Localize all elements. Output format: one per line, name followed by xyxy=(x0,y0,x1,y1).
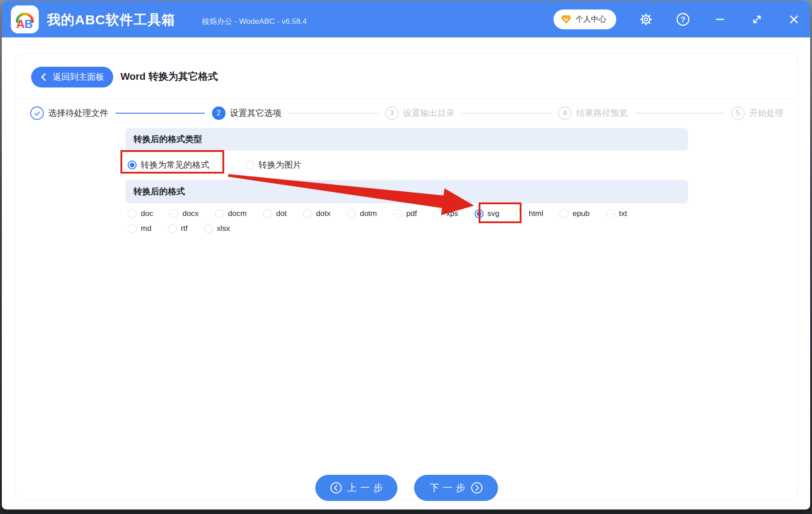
radio-format-md[interactable]: md xyxy=(128,224,152,233)
radio-icon xyxy=(433,209,442,218)
radio-label: dotm xyxy=(360,209,377,218)
step-number: 5 xyxy=(731,106,745,120)
app-title: 我的ABC软件工具箱 xyxy=(47,11,175,29)
prev-step-button[interactable]: 上一步 xyxy=(315,475,397,501)
step-connector xyxy=(462,113,551,114)
radio-icon xyxy=(204,224,213,233)
radio-format-docx[interactable]: docx xyxy=(169,209,198,218)
step-3-pending: 3设置输出目录 xyxy=(385,106,455,120)
radio-label: xlsx xyxy=(217,224,230,233)
radio-format-dotx[interactable]: dotx xyxy=(303,209,331,218)
radio-format-epub[interactable]: epub xyxy=(559,209,590,218)
step-number: 4 xyxy=(558,106,572,120)
settings-gear-icon[interactable] xyxy=(639,12,653,27)
next-button-label: 下一步 xyxy=(430,482,469,494)
maximize-icon[interactable] xyxy=(750,12,764,27)
titlebar: A B 我的ABC软件工具箱 核烁办公 - WodeABC - v6.58.4 … xyxy=(2,1,810,37)
chevron-left-icon xyxy=(40,73,47,82)
radio-label: md xyxy=(141,224,152,233)
circle-chevron-left-icon xyxy=(330,482,342,494)
step-connector xyxy=(635,113,724,114)
radio-label: docx xyxy=(182,209,198,218)
radio-format-txt[interactable]: txt xyxy=(606,209,627,218)
radio-icon xyxy=(475,209,484,218)
svg-text:?: ? xyxy=(681,15,685,24)
radio-icon xyxy=(263,209,272,218)
step-5-pending: 5开始处理 xyxy=(731,106,784,120)
step-1-done: 选择待处理文件 xyxy=(30,106,108,120)
step-label: 设置其它选项 xyxy=(230,107,281,119)
radio-label: pdf xyxy=(406,209,417,218)
radio-format-svg[interactable]: svg xyxy=(475,209,499,218)
vip-gem-icon xyxy=(561,14,572,25)
radio-icon xyxy=(128,224,137,233)
step-label: 选择待处理文件 xyxy=(48,107,108,119)
radio-icon xyxy=(347,209,356,218)
radio-format-doc[interactable]: doc xyxy=(128,209,153,218)
radio-label: xps xyxy=(446,209,458,218)
titlebar-actions: 个人中心 ? xyxy=(554,1,801,37)
step-connector xyxy=(115,113,205,114)
radio-format-xps[interactable]: xps xyxy=(433,209,458,218)
step-2-active: 2设置其它选项 xyxy=(212,106,281,120)
radio-icon xyxy=(303,209,312,218)
radio-icon xyxy=(559,209,568,218)
format-type-options: 转换为常见的格式转换为图片 xyxy=(128,154,301,176)
radio-label: epub xyxy=(572,209,590,218)
radio-type-转换为常见的格式[interactable]: 转换为常见的格式 xyxy=(128,159,209,171)
radio-icon xyxy=(606,209,615,218)
radio-format-dotm[interactable]: dotm xyxy=(347,209,377,218)
radio-icon xyxy=(215,209,224,218)
radio-type-转换为图片[interactable]: 转换为图片 xyxy=(245,159,301,171)
radio-icon xyxy=(128,161,137,170)
radio-format-xlsx[interactable]: xlsx xyxy=(204,224,230,233)
app-logo-icon: A B xyxy=(11,5,39,33)
format-options-row1: docdocxdocmdotdotxdotmpdfxpssvghtmlepubt… xyxy=(128,208,627,220)
step-check-icon xyxy=(30,106,44,120)
step-4-pending: 4结果路径预览 xyxy=(558,106,627,120)
radio-label: rtf xyxy=(181,224,188,233)
circle-chevron-right-icon xyxy=(471,482,483,494)
radio-format-docm[interactable]: docm xyxy=(215,209,247,218)
prev-button-label: 上一步 xyxy=(347,482,387,494)
help-icon[interactable]: ? xyxy=(676,12,690,27)
step-label: 结果路径预览 xyxy=(576,107,627,119)
section-title-format-type: 转换后的格式类型 xyxy=(125,128,688,151)
page-title: Word 转换为其它格式 xyxy=(120,70,218,83)
close-icon[interactable] xyxy=(787,12,801,27)
radio-label: 转换为常见的格式 xyxy=(141,159,209,171)
radio-icon xyxy=(516,209,525,218)
radio-label: html xyxy=(529,209,543,218)
radio-label: docm xyxy=(228,209,247,218)
wizard-stepper: 选择待处理文件2设置其它选项3设置输出目录4结果路径预览5开始处理 xyxy=(30,104,784,122)
radio-label: dot xyxy=(276,209,287,218)
step-number: 3 xyxy=(385,106,399,120)
step-number: 2 xyxy=(212,106,226,120)
app-subtitle: 核烁办公 - WodeABC - v6.58.4 xyxy=(202,16,307,27)
radio-format-pdf[interactable]: pdf xyxy=(393,209,417,218)
radio-icon xyxy=(245,161,254,170)
header-divider xyxy=(15,99,798,99)
svg-text:A: A xyxy=(16,17,25,31)
radio-icon xyxy=(393,209,402,218)
next-step-button[interactable]: 下一步 xyxy=(414,475,498,501)
back-to-main-button[interactable]: 返回到主面板 xyxy=(31,67,113,87)
radio-format-dot[interactable]: dot xyxy=(263,209,287,218)
account-center-label: 个人中心 xyxy=(576,14,606,24)
section-title-format: 转换后的格式 xyxy=(125,180,688,203)
step-label: 开始处理 xyxy=(749,107,784,119)
radio-format-rtf[interactable]: rtf xyxy=(168,224,188,233)
radio-icon xyxy=(128,209,137,218)
app-window: A B 我的ABC软件工具箱 核烁办公 - WodeABC - v6.58.4 … xyxy=(2,1,810,509)
minimize-icon[interactable] xyxy=(713,12,727,27)
content-card: 返回到主面板 Word 转换为其它格式 选择待处理文件2设置其它选项3设置输出目… xyxy=(15,53,798,500)
radio-icon xyxy=(168,224,177,233)
radio-label: doc xyxy=(141,209,153,218)
account-center-button[interactable]: 个人中心 xyxy=(554,9,616,29)
format-options-row2: mdrtfxlsx xyxy=(128,223,230,234)
step-connector xyxy=(289,113,378,114)
radio-format-html[interactable]: html xyxy=(516,209,543,218)
radio-label: dotx xyxy=(316,209,331,218)
svg-text:B: B xyxy=(24,17,33,31)
radio-label: txt xyxy=(619,209,627,218)
